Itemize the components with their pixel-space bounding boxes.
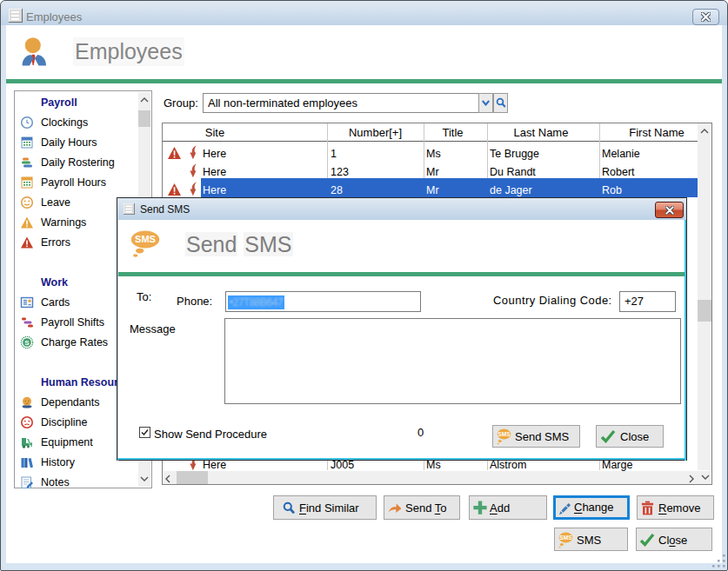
svg-text:SMS: SMS [559,534,572,541]
svg-text:SMS: SMS [135,234,156,244]
svg-text:S: S [24,339,30,347]
svg-text:SMS: SMS [498,431,511,437]
